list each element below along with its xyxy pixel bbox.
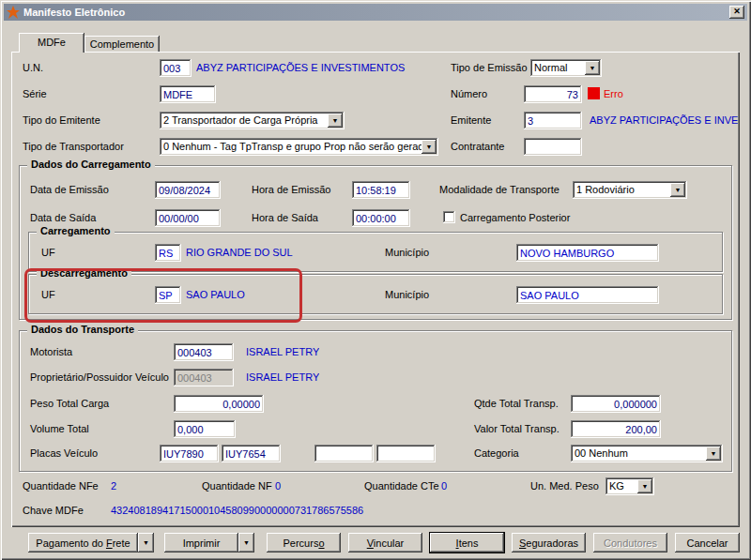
condutores-button: Condutores <box>593 533 667 552</box>
close-button[interactable]: ✕ <box>729 6 744 19</box>
tipo-emitente-combo[interactable]: 2 Transportador de Carga Própria ▼ <box>160 112 345 129</box>
group-dados-carregamento-title: Dados do Carregamento <box>27 159 155 170</box>
origem-uf-label: UF <box>41 247 55 258</box>
tipo-transportador-combo[interactable]: 0 Nenhum - Tag TpTransp e grupo Prop não… <box>160 138 438 156</box>
window-title: Manifesto Eletrônico <box>23 7 125 18</box>
un-description: ABYZ PARTICIPAÇÕES E INVESTIMENTOS <box>196 62 445 73</box>
un-med-peso-combo[interactable]: KG ▼ <box>605 477 654 495</box>
tipo-emitente-label: Tipo do Emitente <box>23 114 100 126</box>
qtd-cte-label: Quantidade CTe <box>364 480 439 492</box>
title-bar: Manifesto Eletrônico ✕ <box>4 4 747 21</box>
serie-label: Série <box>23 88 47 99</box>
motorista-description: ISRAEL PETRY <box>246 346 319 357</box>
hora-saida-input[interactable] <box>352 209 410 227</box>
peso-total-input[interactable] <box>174 395 264 413</box>
emitente-description: ABYZ PARTICIPAÇÕES E INVEST <box>590 114 738 126</box>
volume-total-label: Volume Total <box>30 423 89 434</box>
data-emissao-input[interactable] <box>155 181 221 199</box>
origem-uf-input[interactable] <box>155 244 181 262</box>
pagamento-frete-dropdown-button[interactable]: ▼ <box>138 533 154 552</box>
tipo-emissao-value: Normal <box>534 62 585 73</box>
vincular-button[interactable]: Vincular <box>348 533 422 552</box>
categoria-combo[interactable]: 00 Nenhum ▼ <box>571 445 723 462</box>
dialog-manifesto-eletronico: Manifesto Eletrônico ✕ MDFe Complemento … <box>0 0 751 560</box>
numero-label: Número <box>451 88 487 99</box>
tipo-transportador-value: 0 Nenhum - Tag TpTransp e grupo Prop não… <box>163 141 421 152</box>
percurso-button[interactable]: Percurso <box>267 533 341 552</box>
peso-total-label: Peso Total Carga <box>30 398 109 409</box>
data-saida-input[interactable] <box>155 209 221 227</box>
un-med-peso-value: KG <box>609 480 637 492</box>
tab-complemento[interactable]: Complemento <box>84 36 160 53</box>
group-carregamento-title: Carregamento <box>37 225 115 236</box>
data-saida-label: Data de Saída <box>30 212 96 223</box>
placa-1-input[interactable] <box>160 445 219 462</box>
valor-total-input[interactable] <box>571 420 661 438</box>
pagamento-frete-button[interactable]: Pagamento do Frete <box>28 533 138 552</box>
chevron-down-icon[interactable]: ▼ <box>585 61 600 75</box>
contratante-label: Contratante <box>451 141 504 152</box>
hora-emissao-input[interactable] <box>352 181 410 199</box>
carregamento-posterior-checkbox[interactable] <box>443 211 455 223</box>
proprietario-description: ISRAEL PETRY <box>246 371 319 383</box>
chave-mdfe-label: Chave MDFe <box>23 505 84 516</box>
chevron-down-icon[interactable]: ▼ <box>421 140 437 154</box>
serie-input[interactable] <box>160 85 216 103</box>
emitente-label: Emitente <box>451 114 491 126</box>
qtd-nfe-label: Quantidade NFe <box>23 480 99 492</box>
modalidade-value: 1 Rodoviário <box>576 184 670 195</box>
destino-uf-label: UF <box>41 289 55 300</box>
qtd-cte-value: 0 <box>441 480 447 492</box>
destino-uf-description: SAO PAULO <box>186 289 245 300</box>
placa-2-input[interactable] <box>222 445 281 462</box>
un-label: U.N. <box>23 62 43 73</box>
destino-uf-input[interactable] <box>155 286 181 304</box>
valor-total-label: Valor Total Transp. <box>474 423 559 434</box>
app-icon <box>7 6 20 19</box>
placa-4-input[interactable] <box>376 445 436 462</box>
qtd-nf-value: 0 <box>275 480 281 492</box>
chevron-down-icon[interactable]: ▼ <box>706 446 721 461</box>
qtd-nfe-value: 2 <box>111 480 116 492</box>
motorista-input[interactable] <box>174 343 234 361</box>
qtde-total-input[interactable] <box>571 395 661 413</box>
motorista-label: Motorista <box>30 346 72 357</box>
tipo-emitente-value: 2 Transportador de Carga Própria <box>163 114 328 126</box>
destino-municipio-label: Município <box>385 289 429 300</box>
un-med-peso-label: Un. Med. Peso <box>530 480 599 492</box>
itens-button[interactable]: Itens <box>430 533 504 552</box>
group-descarregamento-title: Descarregamento <box>37 267 131 279</box>
un-input[interactable] <box>160 59 192 77</box>
cancelar-button[interactable]: Cancelar <box>675 533 740 552</box>
qtd-nf-label: Quantidade NF <box>202 480 272 492</box>
placa-3-input[interactable] <box>314 445 374 462</box>
chevron-down-icon[interactable]: ▼ <box>670 183 685 197</box>
seguradoras-button[interactable]: Seguradoras <box>512 533 586 552</box>
chevron-down-icon[interactable]: ▼ <box>637 479 652 493</box>
tipo-transportador-label: Tipo de Transportador <box>23 141 124 152</box>
tipo-emissao-combo[interactable]: Normal ▼ <box>530 59 602 77</box>
data-emissao-label: Data de Emissão <box>30 184 109 195</box>
hora-emissao-label: Hora de Emissão <box>252 184 330 195</box>
numero-input[interactable] <box>524 85 582 103</box>
error-text: Erro <box>604 88 623 99</box>
origem-municipio-label: Município <box>385 247 429 258</box>
origem-uf-description: RIO GRANDE DO SUL <box>186 247 293 258</box>
chave-mdfe-value: 4324081894171500010458099000000073178657… <box>111 505 363 516</box>
hora-saida-label: Hora de Saída <box>252 212 318 223</box>
tab-mdfe[interactable]: MDFe <box>19 33 84 53</box>
qtde-total-label: Qtde Total Transp. <box>474 398 559 409</box>
destino-municipio-input[interactable] <box>516 286 659 304</box>
emitente-input[interactable] <box>524 112 582 129</box>
origem-municipio-input[interactable] <box>516 244 659 262</box>
imprimir-dropdown-button[interactable]: ▼ <box>238 533 254 552</box>
modalidade-combo[interactable]: 1 Rodoviário ▼ <box>573 181 687 199</box>
error-indicator <box>588 87 600 99</box>
volume-total-input[interactable] <box>174 420 236 438</box>
proprietario-input <box>174 369 234 386</box>
chevron-down-icon[interactable]: ▼ <box>328 114 343 128</box>
imprimir-button[interactable]: Imprimir <box>164 533 238 552</box>
categoria-label: Categoria <box>474 447 519 459</box>
proprietario-label: Proprietário/Possuidor Veículo <box>30 371 169 383</box>
contratante-input[interactable] <box>524 138 582 156</box>
